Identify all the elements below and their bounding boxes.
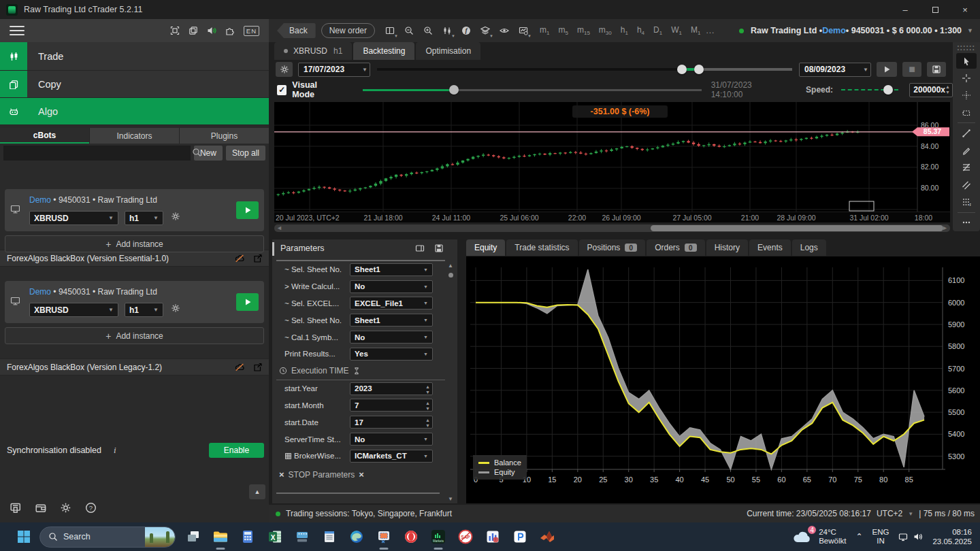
tool-channel-icon[interactable] [956, 177, 977, 193]
new-order-button[interactable]: New order [321, 23, 375, 38]
tab-logs[interactable]: Logs [792, 239, 826, 256]
load-parameters-icon[interactable] [415, 244, 425, 253]
timeframe-h1[interactable]: h1 [618, 23, 631, 38]
tab-chart-xbrusd[interactable]: XBRUSD h1 [274, 42, 352, 60]
cbot-header[interactable]: ForexAlgos BlackBox (Version Legacy-1.2) [0, 358, 269, 375]
enable-sync-button[interactable]: Enable [209, 443, 264, 458]
eye-icon[interactable] [496, 22, 512, 39]
timeframe-D1[interactable]: D1 [651, 23, 665, 38]
tab-optimisation[interactable]: Optimisation [416, 42, 480, 60]
tab-backtesting[interactable]: Backtesting [353, 42, 414, 60]
visual-progress-slider[interactable] [363, 89, 702, 91]
start-date-select[interactable]: 17/07/2023▼ [298, 63, 370, 77]
timeframe-m1[interactable]: m1 [537, 23, 552, 38]
timezone-label[interactable]: UTC+2 [877, 509, 902, 518]
backtest-range-slider[interactable] [377, 68, 792, 71]
tab-orders[interactable]: Orders0 [647, 239, 705, 256]
price-chart[interactable]: -351.00 $ (-6%)86.0084.0082.0080.0085.37 [274, 102, 950, 212]
taskbar-app-sap[interactable]: SAP [455, 527, 476, 548]
save-parameters-icon[interactable] [434, 244, 444, 253]
taskbar-app-pingplotter[interactable] [509, 527, 530, 548]
gear-icon[interactable] [171, 212, 180, 221]
tool-crosshair-alt-icon[interactable] [956, 88, 977, 103]
tab-trade-statistics[interactable]: Trade statistics [506, 239, 577, 256]
f-circle-icon[interactable]: f [458, 22, 474, 39]
taskbar-app-calculator[interactable] [237, 527, 258, 548]
cbot-instance[interactable]: Demo • 9450031 • Raw Trading Ltd XBRUSD▼… [5, 189, 264, 231]
timeframe-M1[interactable]: M1 [688, 23, 703, 38]
parameter-select[interactable]: Sheet1▼ [350, 263, 433, 276]
parameter-select[interactable]: No▼ [350, 433, 433, 446]
taskbar-app-task-view[interactable] [182, 527, 203, 548]
taskbar-app-snipping-tool[interactable] [373, 527, 394, 548]
tool-rect-select-icon[interactable] [956, 105, 977, 120]
parameter-number-input[interactable]: 7▲▼ [350, 399, 433, 412]
parameter-select[interactable]: EXCEL_File1▼ [350, 297, 433, 310]
report-button[interactable] [927, 62, 946, 77]
minimize-button[interactable]: – [890, 0, 920, 19]
taskbar-app-matlab[interactable] [536, 527, 557, 548]
close-button[interactable]: × [950, 0, 980, 19]
taskbar-app-opera[interactable] [400, 527, 421, 548]
add-instance-button[interactable]: +Add instance [5, 235, 264, 252]
zoom-in-icon[interactable] [420, 22, 436, 39]
weather-widget[interactable]: 4 24°C Bewölkt [793, 528, 846, 546]
visual-progress-handle[interactable] [449, 85, 459, 95]
fullscreen-icon[interactable] [170, 26, 180, 35]
range-handle-right[interactable] [694, 65, 704, 74]
play-backtest-button[interactable] [877, 62, 897, 77]
language-badge[interactable]: EN [244, 26, 259, 36]
tab-history[interactable]: History [706, 239, 748, 256]
search-input[interactable]: Search [39, 527, 176, 548]
menu-icon[interactable] [10, 26, 24, 35]
equity-chart-panel[interactable]: Balance Equity 5300540055005600570058005… [466, 256, 980, 503]
symbol-select[interactable]: XBRUSD▼ [29, 211, 118, 225]
timeframe-select[interactable]: h1▼ [125, 211, 163, 225]
tab-indicators[interactable]: Indicators [90, 128, 179, 144]
speaker-icon[interactable] [207, 26, 216, 35]
symbol-select[interactable]: XBRUSD▼ [29, 303, 118, 317]
clock-widget[interactable]: 08:16 23.05.2025 [932, 527, 972, 546]
tool-pencil-icon[interactable] [956, 142, 977, 158]
parameter-select[interactable]: No▼ [350, 280, 433, 293]
more-timeframes-button[interactable]: ... [706, 26, 715, 35]
visual-mode-checkbox[interactable]: ✓ [277, 85, 287, 95]
timeframe-h4[interactable]: h4 [634, 23, 647, 38]
taskbar-app-excel[interactable]: X [264, 527, 285, 548]
tray-chevron-up-icon[interactable]: ⌃ [855, 532, 862, 541]
parameters-scrollbar[interactable]: ▲ [446, 263, 455, 480]
gear-icon[interactable] [171, 303, 180, 313]
parameter-number-input[interactable]: 17▲▼ [350, 416, 433, 429]
start-cbot-button[interactable] [236, 201, 259, 219]
account-selector[interactable]: Raw Trading Ltd • Demo • 9450031 • $ 6 0… [739, 26, 973, 35]
parameter-select[interactable]: Sheet1▼ [350, 314, 433, 327]
network-icon[interactable] [898, 532, 908, 541]
info-icon[interactable]: i [114, 445, 116, 456]
tool-trend-line-icon[interactable] [956, 125, 977, 141]
taskbar-app-notepad[interactable] [318, 527, 340, 548]
tab-positions[interactable]: Positions0 [579, 239, 646, 256]
start-button[interactable] [12, 525, 35, 548]
tool-more-icon[interactable] [956, 215, 977, 231]
cloud-off-icon[interactable] [235, 254, 244, 263]
taskbar-app-remote-desktop[interactable] [291, 527, 312, 548]
back-button[interactable]: Back [277, 23, 316, 38]
speed-handle[interactable] [883, 85, 893, 95]
timeframe-select[interactable]: h1▼ [125, 303, 163, 317]
volume-icon[interactable] [913, 532, 923, 541]
start-cbot-button[interactable] [236, 293, 259, 311]
atm-icon[interactable] [10, 502, 21, 514]
chart-type-icon[interactable]: ▼ [439, 22, 455, 39]
zoom-out-icon[interactable] [401, 22, 417, 39]
maximize-button[interactable] [920, 0, 950, 19]
speed-slider[interactable] [841, 89, 898, 90]
wallet-icon[interactable] [35, 502, 46, 514]
scroll-left-icon[interactable]: ◄ [276, 224, 282, 231]
puzzle-icon[interactable] [225, 26, 235, 35]
share-icon[interactable] [252, 363, 262, 372]
tool-cursor-icon[interactable] [956, 53, 977, 69]
drag-handle-icon[interactable]: •••••••••••• [958, 44, 976, 51]
parameter-select[interactable]: ICMarkets_CT▼ [350, 450, 433, 463]
chart-settings-icon[interactable]: ▼ [515, 22, 532, 39]
windows-icon[interactable] [189, 26, 198, 35]
